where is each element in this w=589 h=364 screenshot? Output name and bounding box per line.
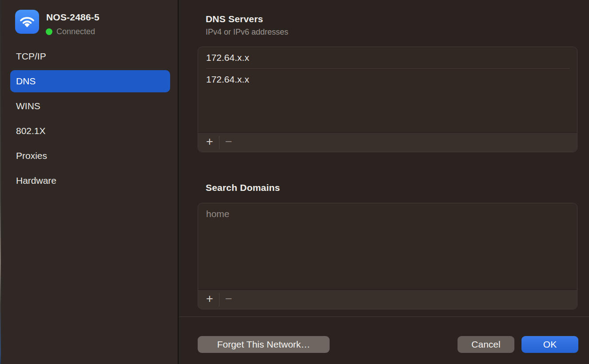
wifi-icon [15, 10, 39, 34]
forget-network-button[interactable]: Forget This Network… [198, 336, 330, 353]
sidebar-item-tcpip[interactable]: TCP/IP [10, 45, 170, 67]
sidebar-item-proxies[interactable]: Proxies [10, 145, 170, 167]
search-domains-list-toolbar: + − [198, 289, 577, 309]
network-name: NOS-2486-5 [46, 12, 99, 23]
dns-server-row[interactable]: 172.64.x.x [198, 47, 577, 68]
search-domains-list: home + − [198, 203, 577, 309]
network-status: Connected [46, 27, 95, 36]
search-domain-row[interactable]: home [198, 203, 577, 225]
dns-server-row[interactable]: 172.64.x.x [198, 69, 577, 90]
dns-servers-list-toolbar: + − [198, 132, 577, 152]
dns-servers-subtitle: IPv4 or IPv6 addresses [206, 28, 288, 37]
network-details-sidebar: NOS-2486-5 Connected TCP/IP DNS WINS 802… [0, 0, 179, 364]
add-dns-server-button[interactable]: + [200, 133, 219, 152]
ok-button[interactable]: OK [521, 336, 578, 353]
dns-servers-list: 172.64.x.x 172.64.x.x + − [198, 47, 577, 152]
sidebar-item-8021x[interactable]: 802.1X [10, 120, 170, 142]
cancel-button[interactable]: Cancel [458, 336, 514, 353]
connected-status-dot-icon [46, 28, 52, 35]
dns-settings-pane: DNS Servers IPv4 or IPv6 addresses 172.6… [179, 0, 589, 364]
add-search-domain-button[interactable]: + [200, 290, 219, 309]
connected-status-label: Connected [56, 27, 95, 36]
dns-servers-title: DNS Servers [206, 14, 263, 24]
sidebar-item-hardware[interactable]: Hardware [10, 170, 170, 192]
sidebar-item-dns[interactable]: DNS [10, 70, 170, 92]
settings-nav: TCP/IP DNS WINS 802.1X Proxies Hardware [10, 45, 170, 194]
sidebar-item-wins[interactable]: WINS [10, 95, 170, 117]
footer-divider [179, 317, 589, 317]
remove-search-domain-button[interactable]: − [219, 290, 238, 309]
screen-edge-sliver [0, 0, 1, 364]
remove-dns-server-button[interactable]: − [219, 133, 238, 152]
search-domains-title: Search Domains [206, 182, 280, 193]
